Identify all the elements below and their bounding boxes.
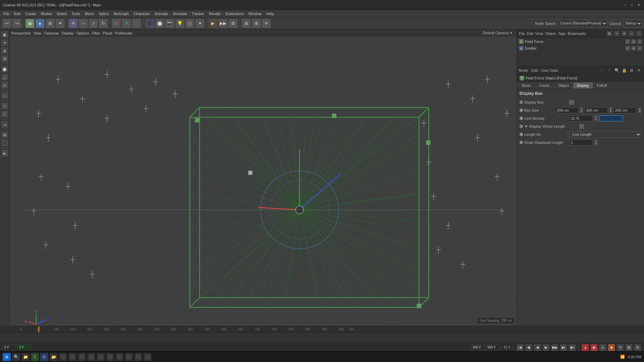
left-tool-3[interactable]: ◈ [1, 47, 8, 54]
left-tool-7[interactable]: ◎ [1, 81, 8, 89]
vp-menu-display[interactable]: Display [62, 31, 74, 35]
la-circle[interactable] [520, 133, 523, 136]
menu-item-window[interactable]: Window [247, 11, 264, 16]
prev-key-button[interactable]: ◀| [525, 344, 532, 351]
render-button[interactable]: ▶ [208, 19, 218, 28]
current-frame-input[interactable] [17, 345, 31, 351]
end-frame2-input[interactable] [486, 345, 499, 351]
end-frame-input[interactable] [471, 345, 484, 351]
object-row-emitter[interactable]: E Emitter ✓ ● ○ [518, 45, 643, 52]
camera-button[interactable]: 📷 [165, 19, 174, 28]
emitter-vis-3[interactable]: ○ [637, 46, 642, 51]
scale-tool-button[interactable]: ⤢ [89, 19, 98, 28]
props-edit[interactable]: Edit [532, 68, 538, 72]
material-button[interactable]: ◫ [185, 19, 195, 28]
taskbar-app-10[interactable]: ⬛ [144, 353, 152, 361]
sdl-spinner[interactable]: ▲▼ [594, 139, 598, 145]
prev-frame-button[interactable]: ◀ [534, 344, 541, 351]
objlist-view[interactable]: View [535, 32, 543, 36]
objlist-icon-3[interactable]: ✦ [621, 31, 627, 37]
start-button[interactable]: ⊞ [3, 353, 11, 361]
props-back-button[interactable]: ← [599, 67, 605, 73]
props-search-button[interactable]: 🔍 [614, 67, 620, 73]
light-tool-button[interactable]: ☀ [262, 19, 271, 28]
taskbar-app-7[interactable]: ⬛ [115, 353, 123, 361]
light-button[interactable]: 💡 [175, 19, 184, 28]
menu-item-file[interactable]: File [1, 11, 11, 16]
taskbar-cinema4d[interactable]: C [31, 353, 39, 361]
box-size-z-input[interactable] [613, 107, 637, 113]
record-key-button[interactable]: ◉ [590, 344, 598, 351]
props-close-button[interactable]: ✕ [636, 67, 642, 73]
start-frame-input[interactable] [3, 345, 16, 351]
select-tool-button[interactable]: ✛ [68, 19, 78, 28]
taskbar-files[interactable]: 📁 [21, 353, 30, 361]
box-size-circle[interactable] [520, 109, 523, 112]
menu-item-mesh[interactable]: Mesh [83, 11, 96, 16]
taskbar-app-8[interactable]: ⬛ [125, 353, 133, 361]
menu-item-tools[interactable]: Tools [69, 11, 82, 16]
objlist-icon-4[interactable]: ○ [629, 31, 635, 37]
tab-falloff[interactable]: Falloff [593, 82, 611, 88]
box-size-x-input[interactable] [555, 107, 579, 113]
menu-item-simulate[interactable]: Simulate [171, 11, 189, 16]
menu-item-character[interactable]: Character [131, 11, 152, 16]
timeline-button[interactable]: ⧉ [634, 344, 641, 351]
sphere-button[interactable]: ⬤ [155, 19, 164, 28]
emitter-vis-1[interactable]: ✓ [625, 46, 630, 51]
props-up-button[interactable]: ↑ [606, 67, 612, 73]
sdl-circle[interactable] [520, 141, 523, 144]
line-density-input[interactable] [569, 115, 593, 121]
taskbar-app-4[interactable]: ⬛ [87, 353, 95, 361]
objlist-edit[interactable]: Edit [527, 32, 533, 36]
props-mode[interactable]: Mode [519, 68, 528, 72]
objlist-tags[interactable]: Tags [558, 32, 566, 36]
props-userdata[interactable]: User Data [541, 68, 558, 72]
go-end-button[interactable]: ▶| [569, 344, 576, 351]
particle-button[interactable]: ✦ [195, 19, 205, 28]
objlist-icon-1[interactable]: ⊞ [606, 31, 612, 37]
menu-item-tracker[interactable]: Tracker [190, 11, 206, 16]
objlist-icon-2[interactable]: ≡ [614, 31, 620, 37]
redo-button[interactable]: ↪ [12, 19, 21, 28]
z-axis-button[interactable]: Z [132, 19, 141, 28]
box-size-y-spinner[interactable]: ▲▼ [609, 107, 612, 113]
menu-item-animate[interactable]: Animate [153, 11, 170, 16]
taskbar-app-3[interactable]: ⬛ [78, 353, 86, 361]
props-lock-button[interactable]: 🔒 [621, 67, 627, 73]
left-tool-1[interactable]: ▣ [1, 31, 8, 38]
auto-key-button[interactable]: A [599, 344, 606, 351]
box-size-z-spinner[interactable]: ▲▼ [638, 107, 641, 113]
move-tool-button[interactable]: ↔ [78, 19, 88, 28]
left-tool-10[interactable]: $ [1, 110, 8, 118]
left-tool-11[interactable]: ⊿ [1, 121, 8, 128]
line-density-spinner[interactable]: ▲▼ [594, 115, 598, 121]
objlist-object[interactable]: Object [545, 32, 556, 36]
menu-item-mograph[interactable]: MoGraph [112, 11, 131, 16]
sculpt-mode-button[interactable]: ✦ [55, 19, 65, 28]
left-tool-4[interactable]: ⊞ [1, 55, 8, 62]
vp-menu-options[interactable]: Options [76, 31, 89, 35]
field-force-vis-1[interactable]: ✓ [625, 39, 630, 44]
left-tool-9[interactable]: $ [1, 102, 8, 110]
next-frame-button[interactable]: ▶| [560, 344, 567, 351]
taskbar-app-2[interactable]: ⬛ [68, 353, 76, 361]
keyframe-button[interactable]: ◆ [608, 344, 615, 351]
undo-button[interactable]: ↩ [2, 19, 11, 28]
vp-menu-filter[interactable]: Filter [92, 31, 100, 35]
x-axis-button[interactable]: X [112, 19, 121, 28]
field-force-vis-2[interactable]: ● [631, 39, 636, 44]
dvl-checkbox[interactable]: ✓ [579, 124, 584, 129]
record-button[interactable]: ● [582, 344, 589, 351]
taskbar-search[interactable]: 🔍 [12, 353, 20, 361]
taskbar-app-9[interactable]: ⬛ [134, 353, 142, 361]
motion-clip-button[interactable]: ≋ [616, 344, 624, 351]
menu-item-create[interactable]: Create [23, 11, 38, 16]
props-expand-button[interactable]: ⊞ [629, 67, 635, 73]
cube-button[interactable]: ⬛ [145, 19, 154, 28]
tab-coord[interactable]: Coord. [535, 82, 554, 88]
texture-mode-button[interactable]: ⊞ [45, 19, 55, 28]
dvl-circle[interactable] [520, 125, 523, 128]
minimize-button[interactable]: ─ [623, 2, 628, 8]
field-force-vis-3[interactable]: ○ [637, 39, 642, 44]
